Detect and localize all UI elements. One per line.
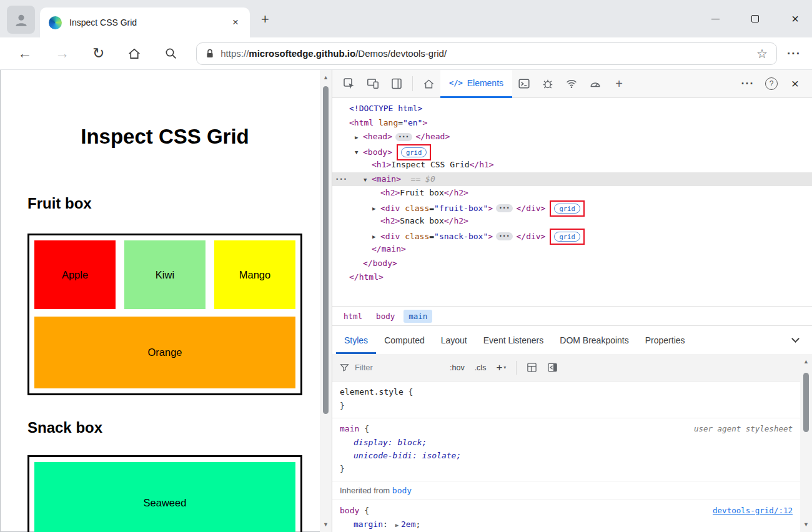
search-button[interactable] [164,47,177,60]
browser-menu-button[interactable]: ··· [787,47,801,61]
back-button[interactable]: ← [17,46,32,61]
panel-arrow-icon [547,362,558,373]
breadcrumb-body[interactable]: body [371,310,400,323]
collapsed-content-icon[interactable]: ••• [496,232,513,240]
dock-panel-button[interactable] [385,73,408,94]
dom-tree-node[interactable]: <h1>Inspect CSS Grid</h1> [332,158,812,172]
address-bar[interactable]: https://microsoftedge.github.io/Demos/de… [196,42,777,65]
console-icon [518,77,530,90]
close-window-button[interactable]: × [788,12,802,26]
breadcrumb-main[interactable]: main [404,310,432,323]
styles-scrollbar[interactable]: ▲ ▼ [800,354,812,532]
toggle-hover-button[interactable]: :hov [450,363,465,372]
browser-tab[interactable]: Inspect CSS Grid × [40,7,250,37]
performance-tab-button[interactable] [583,73,607,94]
dom-tree-node[interactable]: •••▼<main> == $0 [332,172,812,187]
profile-avatar[interactable] [7,6,35,34]
element-states-button[interactable] [527,362,537,373]
tab-elements[interactable]: </> Elements [440,70,512,98]
tab-properties[interactable]: Properties [637,326,693,354]
new-tab-button[interactable]: + [261,11,269,27]
devtools-panel: </> Elements [332,70,812,532]
stylesheet-source-link[interactable]: devtools-grid/:12 [713,504,793,518]
more-tools-button[interactable]: + [607,73,631,94]
network-tab-button[interactable] [560,73,583,94]
dom-tree-node[interactable]: </main> [332,242,812,257]
expand-shorthand-icon[interactable]: ▶ [393,522,401,528]
grid-badge[interactable]: grid [554,232,580,242]
dom-tree-node[interactable]: ▶<head>•••</head> [332,130,812,144]
grid-cell-kiwi: Kiwi [124,240,205,309]
code-token: </h2> [444,188,468,197]
grid-badge[interactable]: grid [401,147,427,157]
style-rule-body[interactable]: body { devtools-grid/:12 margin: ▶2em; [332,500,800,532]
dom-tree-node[interactable]: <h2>Snack box</h2> [332,214,812,229]
console-tab-button[interactable] [512,73,536,94]
scrollbar-thumb[interactable] [323,86,329,414]
styles-rules: element.style { } main { user agent styl… [332,382,800,532]
css-property[interactable]: margin: ▶2em; [340,518,793,532]
scroll-down-icon[interactable]: ▼ [800,521,812,528]
tab-styles[interactable]: Styles [336,326,376,354]
devtools-help-button[interactable]: ? [760,73,783,94]
chevron-down-icon[interactable] [791,335,800,343]
maximize-button[interactable] [748,12,762,26]
minimize-button[interactable] [708,12,722,26]
dom-tree-node[interactable]: ▶<div class="fruit-box">•••</div>grid [332,200,812,215]
code-token: "snack-box" [434,231,488,240]
welcome-tab-button[interactable] [417,73,440,94]
filter-funnel-icon [340,363,349,372]
node-content: <h1>Inspect CSS Grid</h1> [332,158,494,172]
scrollbar-thumb[interactable] [803,373,809,432]
code-token: </div> [516,203,545,212]
devtools-close-button[interactable]: × [783,73,807,94]
dom-tree-node[interactable]: </body> [332,257,812,271]
devtools-menu-button[interactable]: ··· [736,73,760,94]
scroll-down-icon[interactable]: ▼ [320,521,332,528]
tab-dom-breakpoints[interactable]: DOM Breakpoints [552,326,636,354]
dom-tree-node[interactable]: <h2>Fruit box</h2> [332,186,812,200]
style-rule-element[interactable]: element.style { } [332,382,800,418]
tab-event-listeners[interactable]: Event Listeners [475,326,552,354]
home-button[interactable] [127,47,141,61]
new-style-rule-button[interactable]: +▾ [496,362,506,374]
collapsed-content-icon[interactable]: ••• [395,133,412,141]
nav-icons: ← → ↻ [17,46,177,61]
css-property[interactable]: unicode-bidi: isolate; [340,449,793,462]
css-property[interactable]: display: block; [340,436,793,449]
computed-sidebar-toggle-button[interactable] [547,362,558,373]
dom-tree: <!DOCTYPE html><html lang="en">▶<head>••… [332,98,812,306]
more-dots-icon: ··· [741,77,755,91]
node-options-icon[interactable]: ••• [335,172,347,187]
tab-layout[interactable]: Layout [433,326,475,354]
collapse-arrow-icon[interactable]: ▼ [364,173,372,187]
scroll-up-icon[interactable]: ▲ [320,74,332,81]
inherited-body-link[interactable]: body [392,486,412,495]
close-icon: × [791,12,799,25]
dom-tree-node[interactable]: ▶<div class="snack-box">•••</div>grid [332,229,812,243]
page-scrollbar[interactable]: ▲ ▼ [320,70,332,532]
tab-computed[interactable]: Computed [376,326,433,354]
tab-close-icon[interactable]: × [230,16,241,29]
dom-tree-node[interactable]: </html> [332,270,812,285]
expand-arrow-icon[interactable]: ▶ [355,131,363,145]
grid-badge[interactable]: grid [554,204,580,214]
dom-tree-node[interactable]: ▼<body>grid [332,144,812,159]
breadcrumb-html[interactable]: html [339,310,367,323]
dom-tree-node[interactable]: <!DOCTYPE html> [332,102,812,116]
toggle-class-button[interactable]: .cls [475,363,487,372]
favorite-star-icon[interactable]: ☆ [756,46,768,61]
collapsed-content-icon[interactable]: ••• [496,204,513,212]
device-emulation-button[interactable] [361,73,385,94]
scroll-up-icon[interactable]: ▲ [800,358,812,365]
refresh-button[interactable]: ↻ [92,46,104,61]
node-content: </main> [332,242,406,257]
debugger-tab-button[interactable] [536,73,560,94]
semicolon: ; [416,520,421,529]
dom-tree-node[interactable]: <html lang="en"> [332,116,812,131]
filter-input[interactable] [355,363,423,372]
filter-box[interactable] [340,363,440,372]
inspect-element-button[interactable] [337,73,361,94]
style-rule-main[interactable]: main { user agent stylesheet display: bl… [332,418,800,481]
forward-button[interactable]: → [55,46,69,61]
